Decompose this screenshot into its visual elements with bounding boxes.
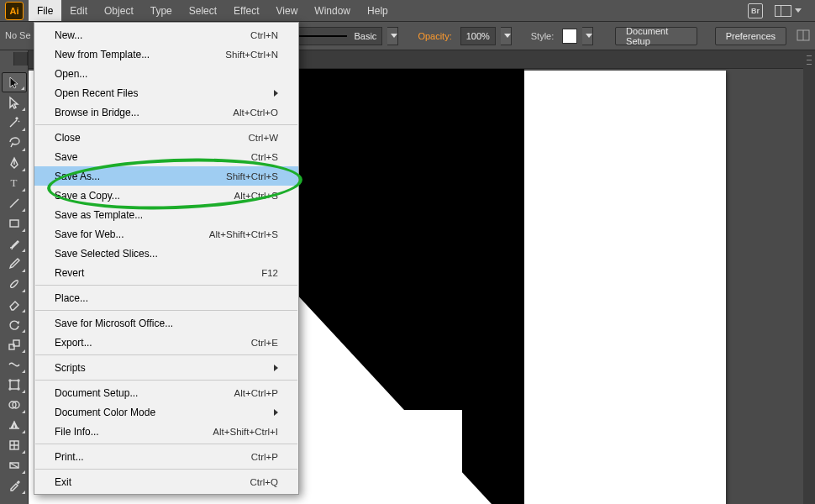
menu-separator — [35, 444, 297, 444]
menu-item-scripts[interactable]: Scripts — [34, 358, 298, 377]
perspective-grid-tool[interactable] — [2, 415, 27, 435]
layout-icon — [775, 5, 791, 17]
menu-item-print[interactable]: Print...Ctrl+P — [34, 447, 298, 466]
svg-point-7 — [18, 380, 19, 381]
menu-item-save-for-web[interactable]: Save for Web...Alt+Shift+Ctrl+S — [34, 224, 298, 244]
menu-file[interactable]: File — [29, 0, 61, 21]
menu-item-document-setup[interactable]: Document Setup...Alt+Ctrl+P — [34, 383, 298, 402]
bridge-icon[interactable]: Br — [748, 3, 763, 18]
menu-item-browse-in-bridge[interactable]: Browse in Bridge...Alt+Ctrl+O — [34, 102, 298, 122]
menu-bar: Ai FileEditObjectTypeSelectEffectViewWin… — [0, 0, 815, 22]
free-transform-tool[interactable] — [2, 375, 27, 395]
svg-rect-2 — [10, 220, 18, 227]
style-label: Style: — [528, 31, 558, 41]
eyedropper-tool[interactable] — [2, 475, 27, 496]
shape-builder-tool[interactable] — [2, 395, 27, 415]
menu-item-save-a-copy[interactable]: Save a Copy...Alt+Ctrl+S — [34, 186, 298, 205]
lasso-tool[interactable] — [2, 133, 27, 153]
blob-brush-tool[interactable] — [2, 274, 27, 294]
menu-edit[interactable]: Edit — [61, 0, 96, 21]
menu-item-open-recent-files[interactable]: Open Recent Files — [34, 83, 298, 102]
pencil-tool[interactable] — [2, 254, 27, 274]
menu-item-new[interactable]: New...Ctrl+N — [34, 25, 298, 45]
magic-wand-tool[interactable] — [2, 113, 27, 133]
menu-item-new-from-template[interactable]: New from Template...Shift+Ctrl+N — [34, 45, 298, 64]
menu-separator — [35, 124, 297, 125]
align-icon[interactable] — [797, 29, 810, 43]
direct-selection-tool[interactable] — [2, 92, 27, 113]
opacity-toggle[interactable] — [501, 27, 512, 45]
menu-effect[interactable]: Effect — [225, 0, 267, 21]
menu-item-revert[interactable]: RevertF12 — [34, 263, 298, 282]
menu-view[interactable]: View — [268, 0, 307, 21]
menu-separator — [35, 354, 297, 355]
menu-item-save-for-microsoft-office[interactable]: Save for Microsoft Office... — [34, 313, 298, 333]
menu-item-close[interactable]: CloseCtrl+W — [34, 128, 298, 147]
menu-select[interactable]: Select — [181, 0, 225, 21]
scale-tool[interactable] — [2, 334, 27, 354]
line-segment-tool[interactable] — [2, 193, 27, 213]
menu-window[interactable]: Window — [306, 0, 359, 21]
svg-point-6 — [9, 380, 11, 381]
stroke-name: Basic — [354, 31, 376, 41]
right-panel-collapsed[interactable] — [803, 50, 815, 504]
menu-item-save-selected-slices[interactable]: Save Selected Slices... — [34, 244, 298, 263]
stroke-style-toggle[interactable] — [387, 27, 398, 45]
menu-item-export[interactable]: Export...Ctrl+E — [34, 333, 298, 352]
tools-panel-tabs[interactable] — [0, 52, 28, 66]
mesh-tool[interactable] — [2, 435, 27, 455]
menu-item-save-as[interactable]: Save As...Shift+Ctrl+S — [34, 166, 298, 186]
type-tool[interactable]: T — [2, 173, 27, 193]
layout-switcher[interactable] — [775, 5, 802, 17]
stroke-style[interactable]: Basic — [292, 27, 383, 45]
rectangle-tool[interactable] — [2, 213, 27, 234]
menu-item-exit[interactable]: ExitCtrl+Q — [34, 472, 298, 491]
opacity-label[interactable]: Opacity: — [414, 31, 455, 41]
pen-tool[interactable] — [2, 153, 27, 173]
file-menu: New...Ctrl+NNew from Template...Shift+Ct… — [34, 22, 299, 495]
menu-separator — [35, 310, 297, 311]
opacity-value[interactable]: 100% — [460, 27, 496, 45]
svg-point-8 — [9, 388, 11, 390]
menu-item-save-as-template[interactable]: Save as Template... — [34, 205, 298, 224]
artwork-cutout[interactable] — [353, 410, 462, 504]
menu-item-place[interactable]: Place... — [34, 288, 298, 307]
paintbrush-tool[interactable] — [2, 234, 27, 254]
menu-separator — [35, 469, 297, 470]
document-setup-button[interactable]: Document Setup — [615, 27, 697, 45]
chevron-down-icon — [795, 8, 802, 13]
width-tool[interactable] — [2, 354, 27, 375]
menu-item-file-info[interactable]: File Info...Alt+Shift+Ctrl+I — [34, 422, 298, 441]
graphic-style-swatch[interactable] — [562, 29, 577, 44]
illustrator-icon: Ai — [5, 2, 24, 20]
menu-item-open[interactable]: Open... — [34, 64, 298, 83]
menu-item-document-color-mode[interactable]: Document Color Mode — [34, 402, 298, 422]
rotate-tool[interactable] — [2, 314, 27, 334]
gradient-tool[interactable] — [2, 455, 27, 475]
selection-status: No Se — [5, 30, 31, 40]
preferences-button[interactable]: Preferences — [715, 27, 786, 45]
style-toggle[interactable] — [582, 27, 593, 45]
stroke-preview-icon — [298, 35, 348, 37]
menu-separator — [35, 380, 297, 381]
svg-point-9 — [18, 388, 19, 390]
menu-help[interactable]: Help — [359, 0, 397, 21]
selection-tool[interactable] — [2, 72, 27, 92]
menu-type[interactable]: Type — [142, 0, 181, 21]
eraser-tool[interactable] — [2, 294, 27, 314]
svg-rect-5 — [10, 381, 18, 389]
menu-separator — [35, 285, 297, 286]
tools-panel: T — [0, 50, 29, 504]
menu-item-save[interactable]: SaveCtrl+S — [34, 147, 298, 166]
menu-object[interactable]: Object — [96, 0, 142, 21]
app-badge: Ai — [0, 0, 29, 22]
